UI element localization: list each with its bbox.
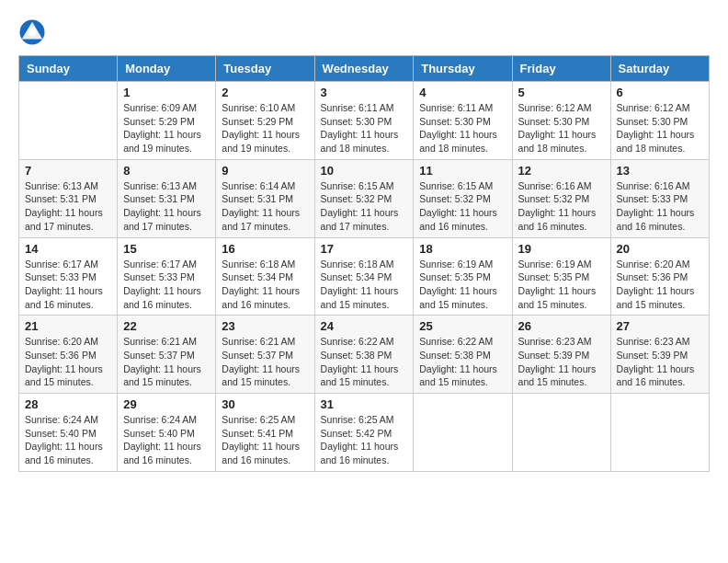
day-number: 5 (518, 86, 605, 99)
day-info: Sunrise: 6:14 AM Sunset: 5:31 PM Dayligh… (222, 179, 308, 234)
day-cell: 25Sunrise: 6:22 AM Sunset: 5:38 PM Dayli… (414, 316, 512, 394)
col-header-wednesday: Wednesday (314, 56, 414, 82)
svg-point-2 (28, 29, 37, 37)
day-number: 15 (123, 242, 210, 256)
day-cell: 26Sunrise: 6:23 AM Sunset: 5:39 PM Dayli… (512, 316, 610, 394)
day-number: 10 (321, 164, 408, 178)
day-cell: 18Sunrise: 6:19 AM Sunset: 5:35 PM Dayli… (414, 237, 512, 316)
day-number: 24 (321, 319, 408, 333)
day-info: Sunrise: 6:18 AM Sunset: 5:34 PM Dayligh… (321, 258, 408, 312)
day-cell (512, 394, 610, 472)
day-info: Sunrise: 6:18 AM Sunset: 5:34 PM Dayligh… (222, 258, 308, 312)
day-number: 2 (222, 86, 308, 99)
day-number: 23 (222, 319, 308, 333)
day-cell: 11Sunrise: 6:15 AM Sunset: 5:32 PM Dayli… (414, 159, 512, 237)
day-cell (610, 394, 709, 472)
logo (18, 18, 50, 46)
day-number: 22 (123, 319, 210, 333)
col-header-saturday: Saturday (610, 56, 709, 82)
calendar-table: SundayMondayTuesdayWednesdayThursdayFrid… (18, 55, 710, 472)
day-cell (414, 394, 512, 472)
week-row-3: 14Sunrise: 6:17 AM Sunset: 5:33 PM Dayli… (19, 237, 710, 316)
day-cell: 21Sunrise: 6:20 AM Sunset: 5:36 PM Dayli… (19, 316, 118, 394)
calendar-body: 1Sunrise: 6:09 AM Sunset: 5:29 PM Daylig… (19, 82, 710, 472)
page-header (18, 18, 710, 46)
day-cell: 9Sunrise: 6:14 AM Sunset: 5:31 PM Daylig… (216, 159, 314, 237)
day-cell: 30Sunrise: 6:25 AM Sunset: 5:41 PM Dayli… (216, 394, 314, 472)
day-number: 19 (518, 242, 605, 256)
day-number: 31 (321, 397, 408, 411)
day-cell: 15Sunrise: 6:17 AM Sunset: 5:33 PM Dayli… (118, 237, 216, 316)
day-info: Sunrise: 6:24 AM Sunset: 5:40 PM Dayligh… (123, 413, 210, 467)
day-info: Sunrise: 6:22 AM Sunset: 5:38 PM Dayligh… (419, 335, 506, 389)
day-cell: 7Sunrise: 6:13 AM Sunset: 5:31 PM Daylig… (19, 159, 118, 237)
day-info: Sunrise: 6:25 AM Sunset: 5:42 PM Dayligh… (321, 413, 408, 467)
day-number: 9 (222, 164, 308, 178)
day-number: 30 (222, 397, 308, 411)
day-cell: 10Sunrise: 6:15 AM Sunset: 5:32 PM Dayli… (314, 159, 414, 237)
day-number: 6 (617, 86, 703, 99)
day-cell: 12Sunrise: 6:16 AM Sunset: 5:32 PM Dayli… (512, 159, 610, 237)
day-cell: 2Sunrise: 6:10 AM Sunset: 5:29 PM Daylig… (216, 82, 314, 160)
day-info: Sunrise: 6:11 AM Sunset: 5:30 PM Dayligh… (419, 101, 506, 155)
day-cell: 3Sunrise: 6:11 AM Sunset: 5:30 PM Daylig… (314, 82, 414, 160)
day-cell: 13Sunrise: 6:16 AM Sunset: 5:33 PM Dayli… (610, 159, 709, 237)
day-info: Sunrise: 6:17 AM Sunset: 5:33 PM Dayligh… (25, 258, 111, 312)
day-cell: 1Sunrise: 6:09 AM Sunset: 5:29 PM Daylig… (118, 82, 216, 160)
day-cell: 4Sunrise: 6:11 AM Sunset: 5:30 PM Daylig… (414, 82, 512, 160)
day-info: Sunrise: 6:15 AM Sunset: 5:32 PM Dayligh… (321, 179, 408, 234)
day-cell: 23Sunrise: 6:21 AM Sunset: 5:37 PM Dayli… (216, 316, 314, 394)
day-number: 13 (617, 164, 703, 178)
week-row-4: 21Sunrise: 6:20 AM Sunset: 5:36 PM Dayli… (19, 316, 710, 394)
day-number: 29 (123, 397, 210, 411)
day-cell: 24Sunrise: 6:22 AM Sunset: 5:38 PM Dayli… (314, 316, 414, 394)
column-headers-row: SundayMondayTuesdayWednesdayThursdayFrid… (19, 56, 710, 82)
day-info: Sunrise: 6:22 AM Sunset: 5:38 PM Dayligh… (321, 335, 408, 389)
day-number: 25 (419, 319, 506, 333)
day-info: Sunrise: 6:12 AM Sunset: 5:30 PM Dayligh… (518, 101, 605, 155)
day-number: 21 (25, 319, 111, 333)
logo-icon (18, 18, 46, 46)
day-number: 4 (419, 86, 506, 99)
day-info: Sunrise: 6:19 AM Sunset: 5:35 PM Dayligh… (518, 258, 605, 312)
day-cell: 17Sunrise: 6:18 AM Sunset: 5:34 PM Dayli… (314, 237, 414, 316)
day-number: 14 (25, 242, 111, 256)
day-cell: 16Sunrise: 6:18 AM Sunset: 5:34 PM Dayli… (216, 237, 314, 316)
day-info: Sunrise: 6:21 AM Sunset: 5:37 PM Dayligh… (222, 335, 308, 389)
day-number: 26 (518, 319, 605, 333)
day-info: Sunrise: 6:17 AM Sunset: 5:33 PM Dayligh… (123, 258, 210, 312)
week-row-2: 7Sunrise: 6:13 AM Sunset: 5:31 PM Daylig… (19, 159, 710, 237)
week-row-1: 1Sunrise: 6:09 AM Sunset: 5:29 PM Daylig… (19, 82, 710, 160)
day-number: 12 (518, 164, 605, 178)
day-cell: 14Sunrise: 6:17 AM Sunset: 5:33 PM Dayli… (19, 237, 118, 316)
day-info: Sunrise: 6:16 AM Sunset: 5:33 PM Dayligh… (617, 179, 703, 234)
day-info: Sunrise: 6:09 AM Sunset: 5:29 PM Dayligh… (123, 101, 210, 155)
day-info: Sunrise: 6:25 AM Sunset: 5:41 PM Dayligh… (222, 413, 308, 467)
day-number: 8 (123, 164, 210, 178)
day-info: Sunrise: 6:24 AM Sunset: 5:40 PM Dayligh… (25, 413, 111, 467)
col-header-friday: Friday (512, 56, 610, 82)
day-info: Sunrise: 6:15 AM Sunset: 5:32 PM Dayligh… (419, 179, 506, 234)
day-cell: 27Sunrise: 6:23 AM Sunset: 5:39 PM Dayli… (610, 316, 709, 394)
col-header-thursday: Thursday (414, 56, 512, 82)
day-info: Sunrise: 6:12 AM Sunset: 5:30 PM Dayligh… (617, 101, 703, 155)
day-info: Sunrise: 6:20 AM Sunset: 5:36 PM Dayligh… (25, 335, 111, 389)
day-info: Sunrise: 6:23 AM Sunset: 5:39 PM Dayligh… (518, 335, 605, 389)
day-info: Sunrise: 6:13 AM Sunset: 5:31 PM Dayligh… (25, 179, 111, 234)
day-cell: 5Sunrise: 6:12 AM Sunset: 5:30 PM Daylig… (512, 82, 610, 160)
day-cell: 8Sunrise: 6:13 AM Sunset: 5:31 PM Daylig… (118, 159, 216, 237)
day-number: 7 (25, 164, 111, 178)
day-number: 3 (321, 86, 408, 99)
col-header-sunday: Sunday (19, 56, 118, 82)
day-cell: 19Sunrise: 6:19 AM Sunset: 5:35 PM Dayli… (512, 237, 610, 316)
day-cell: 28Sunrise: 6:24 AM Sunset: 5:40 PM Dayli… (19, 394, 118, 472)
day-info: Sunrise: 6:19 AM Sunset: 5:35 PM Dayligh… (419, 258, 506, 312)
day-number: 16 (222, 242, 308, 256)
col-header-tuesday: Tuesday (216, 56, 314, 82)
day-info: Sunrise: 6:13 AM Sunset: 5:31 PM Dayligh… (123, 179, 210, 234)
day-number: 1 (123, 86, 210, 99)
day-number: 18 (419, 242, 506, 256)
day-cell: 29Sunrise: 6:24 AM Sunset: 5:40 PM Dayli… (118, 394, 216, 472)
day-cell: 22Sunrise: 6:21 AM Sunset: 5:37 PM Dayli… (118, 316, 216, 394)
col-header-monday: Monday (118, 56, 216, 82)
